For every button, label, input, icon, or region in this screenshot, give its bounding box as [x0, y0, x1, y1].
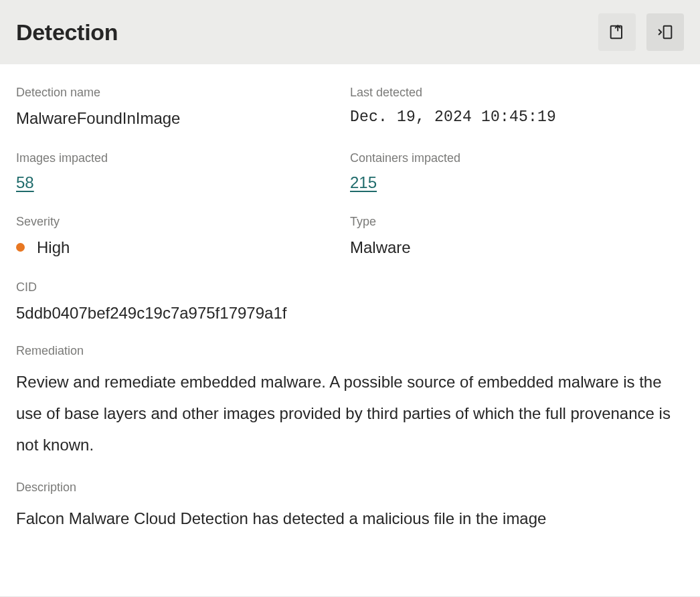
- images-impacted-link[interactable]: 58: [16, 173, 34, 191]
- type-label: Type: [350, 215, 684, 229]
- panel-title: Detection: [16, 19, 118, 46]
- description-label: Description: [16, 481, 684, 495]
- severity-value: High: [37, 237, 70, 258]
- collapse-panel-button[interactable]: [646, 13, 684, 51]
- description-text: Falcon Malware Cloud Detection has detec…: [16, 503, 684, 534]
- remediation-text: Review and remediate embedded malware. A…: [16, 366, 684, 461]
- detection-name-value: MalwareFoundInImage: [16, 108, 350, 129]
- header-actions: [598, 13, 684, 51]
- share-button[interactable]: [598, 13, 636, 51]
- remediation-label: Remediation: [16, 344, 684, 358]
- svg-rect-1: [664, 26, 672, 39]
- containers-impacted-label: Containers impacted: [350, 151, 684, 165]
- last-detected-label: Last detected: [350, 86, 684, 100]
- collapse-icon: [656, 23, 675, 41]
- severity-label: Severity: [16, 215, 350, 229]
- severity-dot-icon: [16, 243, 25, 252]
- detection-name-label: Detection name: [16, 86, 350, 100]
- cid-value: 5ddb0407bef249c19c7a975f17979a1f: [16, 303, 684, 323]
- containers-impacted-link[interactable]: 215: [350, 173, 377, 191]
- last-detected-value: Dec. 19, 2024 10:45:19: [350, 108, 684, 128]
- type-value: Malware: [350, 237, 684, 258]
- share-icon: [608, 23, 626, 41]
- panel-header: Detection: [0, 0, 700, 64]
- images-impacted-label: Images impacted: [16, 151, 350, 165]
- cid-label: CID: [16, 280, 684, 294]
- panel-body: Detection name MalwareFoundInImage Last …: [0, 64, 700, 571]
